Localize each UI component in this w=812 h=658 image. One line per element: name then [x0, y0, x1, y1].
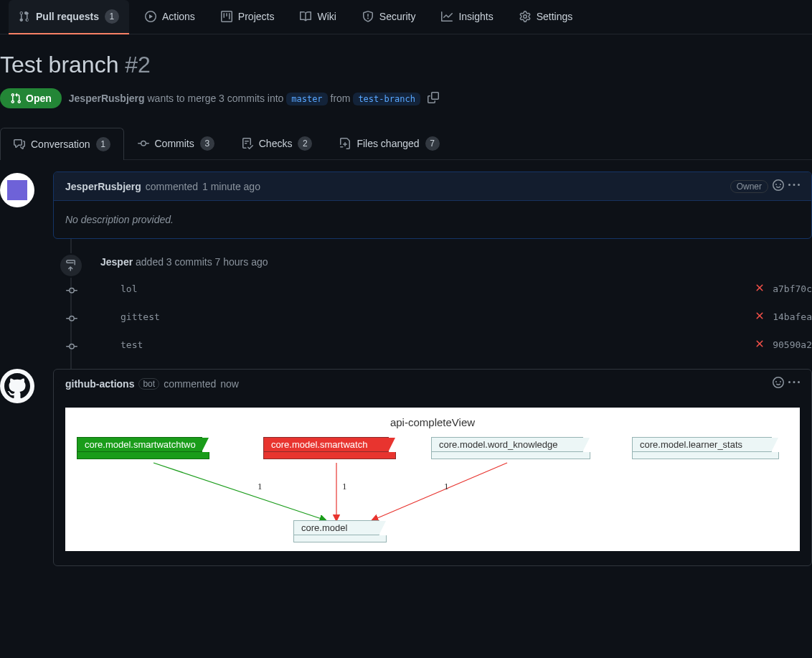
diagram-node: core.model.word_knowledge [431, 437, 583, 459]
edge-label: 1 [444, 481, 449, 492]
pr-merge-summary: JesperRusbjerg wants to merge 3 commits … [69, 93, 420, 104]
diagram-node-label: core.model.smartwatchtwo [77, 437, 202, 452]
timeline: JesperRusbjerg commented 1 minute ago Ow… [0, 171, 812, 369]
comment-author-link[interactable]: JesperRusbjerg [65, 181, 141, 192]
play-icon [145, 11, 156, 22]
commit-sha-link[interactable]: 14bafea [773, 311, 812, 322]
base-branch-label[interactable]: master [286, 93, 327, 105]
nav-label: Security [379, 11, 416, 22]
nav-label: Wiki [317, 11, 336, 22]
tab-label: Checks [259, 138, 293, 149]
diagram-node-label: core.model [293, 520, 379, 535]
x-icon[interactable] [754, 282, 765, 296]
pr-state-text: Open [26, 93, 52, 104]
nav-label: Projects [238, 11, 275, 22]
comment-header: JesperRusbjerg commented 1 minute ago Ow… [54, 172, 811, 201]
git-pull-request-icon [19, 11, 30, 22]
diagram-node: core.model.learner_stats [632, 437, 772, 459]
pr-merge-text-1: wants to merge 3 commits into [148, 93, 284, 104]
edge-label: 1 [342, 481, 347, 492]
avatar[interactable] [0, 369, 34, 403]
diagram-node-label: core.model.learner_stats [632, 437, 772, 452]
commit-sha-link[interactable]: a7bf70c [773, 283, 812, 294]
nav-label: Actions [162, 11, 195, 22]
commit-message-link[interactable]: test [106, 339, 754, 350]
x-icon[interactable] [754, 310, 765, 324]
svg-line-2 [372, 463, 507, 520]
tab-conversation[interactable]: Conversation 1 [0, 128, 124, 160]
bot-badge: bot [138, 378, 159, 390]
git-commit-icon [66, 341, 76, 351]
x-icon[interactable] [754, 338, 765, 352]
nav-pull-requests[interactable]: Pull requests 1 [9, 0, 129, 34]
comment-action: commented [164, 378, 216, 390]
event-text: added 3 commits [136, 256, 212, 268]
nav-projects[interactable]: Projects [211, 0, 285, 34]
tab-files-changed[interactable]: Files changed 7 [326, 127, 453, 159]
pr-tabs: Conversation 1 Commits 3 Checks 2 Files … [0, 127, 812, 160]
comment-header: github-actions bot commented now [54, 370, 811, 398]
commit-message-link[interactable]: gittest [106, 311, 754, 322]
nav-insights[interactable]: Insights [431, 0, 503, 34]
pr-number: #2 [125, 52, 151, 77]
timeline-gutter [0, 369, 53, 566]
tab-label: Commits [155, 138, 194, 149]
timeline-gutter [0, 171, 53, 369]
comment-action: commented [146, 181, 198, 192]
gear-icon [519, 11, 531, 22]
comment-body: No description provided. [54, 201, 811, 238]
file-diff-icon [339, 138, 351, 149]
avatar[interactable] [0, 173, 34, 207]
tab-count: 2 [298, 136, 312, 151]
timeline-push-event: Jesper added 3 commits 7 hours ago [72, 249, 812, 275]
timeline: github-actions bot commented now api-com… [0, 369, 812, 566]
kebab-icon[interactable] [788, 377, 800, 390]
git-pull-request-icon [10, 93, 22, 104]
git-commit-icon [66, 313, 76, 323]
git-commit-icon [138, 138, 149, 149]
graph-icon [441, 11, 453, 22]
git-commit-icon [66, 285, 76, 295]
head-branch-label[interactable]: test-branch [353, 93, 420, 105]
checklist-icon [242, 138, 253, 149]
nav-wiki[interactable]: Wiki [290, 0, 346, 34]
class-diagram: api-completeView 1 1 1 [65, 408, 800, 551]
diagram-title: api-completeView [71, 416, 794, 428]
tab-commits[interactable]: Commits 3 [124, 127, 228, 159]
commit-sha-link[interactable]: 90590a2 [773, 339, 812, 350]
owner-badge: Owner [730, 180, 768, 193]
smiley-icon[interactable] [773, 179, 784, 193]
tab-label: Files changed [357, 138, 419, 149]
comment-time-link[interactable]: now [220, 378, 239, 390]
nav-security[interactable]: Security [352, 0, 426, 34]
tab-label: Conversation [31, 138, 90, 150]
smiley-icon[interactable] [773, 377, 784, 390]
event-author-link[interactable]: Jesper [100, 256, 133, 268]
diagram-node-label: core.model.smartwatch [263, 437, 389, 452]
nav-actions[interactable]: Actions [135, 0, 205, 34]
nav-settings[interactable]: Settings [509, 0, 583, 34]
pr-title-text: Test branch [0, 52, 118, 77]
comment-body: api-completeView 1 1 1 [54, 398, 811, 565]
timeline-line: Jesper added 3 commits 7 hours ago lola7… [70, 239, 812, 369]
pr-header: Test branch #2 Open JesperRusbjerg wants… [0, 34, 812, 171]
nav-label: Insights [458, 11, 493, 22]
kebab-icon[interactable] [788, 179, 800, 193]
repo-nav: Pull requests 1 Actions Projects Wiki Se… [0, 0, 812, 34]
book-icon [300, 11, 311, 22]
pr-title: Test branch #2 [0, 52, 812, 78]
commit-row: test90590a2 [72, 331, 812, 359]
event-time-link[interactable]: 7 hours ago [215, 256, 268, 268]
tab-checks[interactable]: Checks 2 [228, 127, 326, 159]
commit-row: lola7bf70c [72, 275, 812, 303]
pr-state-badge: Open [0, 88, 62, 108]
diagram-node: core.model [293, 520, 379, 542]
comment-box: github-actions bot commented now api-com… [53, 369, 812, 566]
pr-author-link[interactable]: JesperRusbjerg [69, 93, 145, 104]
commit-message-link[interactable]: lol [106, 283, 754, 294]
comment-time-link[interactable]: 1 minute ago [202, 181, 260, 192]
nav-label: Pull requests [36, 11, 99, 22]
svg-line-0 [154, 463, 326, 520]
comment-author-link[interactable]: github-actions [65, 378, 134, 390]
copy-icon[interactable] [428, 92, 439, 105]
